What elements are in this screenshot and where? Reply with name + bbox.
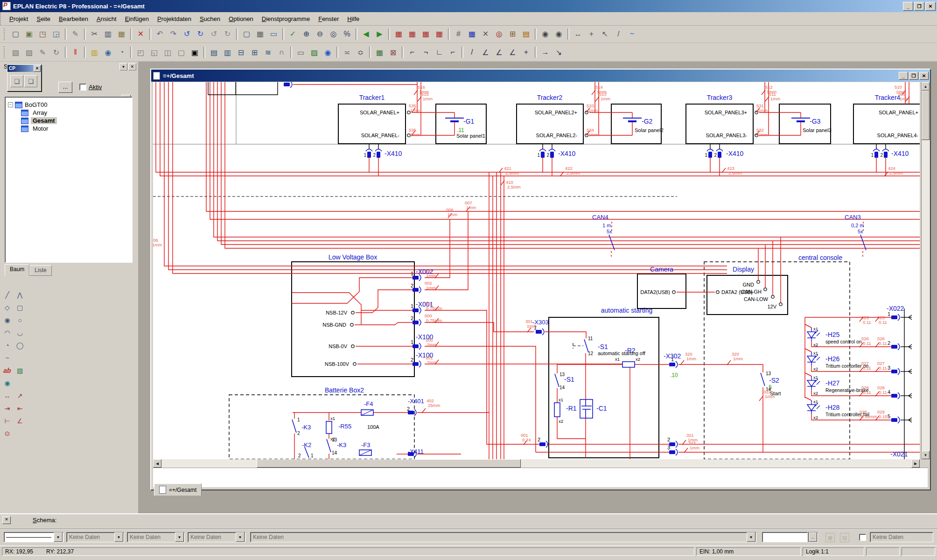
part-view-icon[interactable]: ⊠: [386, 46, 400, 59]
paste-a-icon[interactable]: ◰: [134, 46, 147, 59]
redo-list-icon[interactable]: ↻: [221, 27, 234, 41]
device-insert-icon[interactable]: ▥: [221, 46, 234, 59]
child-maximize-button[interactable]: ❐: [909, 72, 918, 80]
text-icon[interactable]: ab: [1, 364, 14, 377]
plc-insert-icon[interactable]: ⊞: [248, 46, 261, 59]
cp-action-2-button[interactable]: ❏: [24, 75, 37, 87]
box-tool-icon[interactable]: ▭: [294, 46, 308, 59]
paste-c-icon[interactable]: ◫: [161, 46, 175, 59]
ellipse-icon[interactable]: ◯: [14, 339, 26, 351]
arrow-right-icon[interactable]: →: [538, 46, 552, 59]
terminal-insert-icon[interactable]: ⊟: [234, 46, 248, 59]
undo-step-icon[interactable]: ↶: [153, 27, 167, 41]
pointer-k-icon[interactable]: ↖: [598, 27, 612, 41]
property-combo-1[interactable]: Keine Daten▼: [66, 532, 124, 542]
maximize-button[interactable]: ❐: [914, 2, 924, 11]
tree-item-array[interactable]: Array: [5, 109, 132, 117]
chevron-down-icon[interactable]: ▼: [54, 532, 63, 542]
page-back-icon[interactable]: ◀: [359, 27, 373, 41]
open-page-icon[interactable]: ▣: [22, 27, 36, 41]
minimize-button[interactable]: _: [903, 2, 913, 11]
grid-b-icon[interactable]: ▦: [406, 27, 419, 41]
pe-view-icon[interactable]: ▦: [373, 46, 386, 59]
cut-icon[interactable]: ✂: [88, 27, 101, 41]
window-macro-icon[interactable]: ▣: [188, 46, 202, 59]
find-symbol-icon[interactable]: ◎: [492, 27, 506, 41]
property-combo-3[interactable]: Keine Daten▼: [188, 532, 245, 542]
angle-4-icon[interactable]: ∠: [506, 46, 519, 59]
sector-icon[interactable]: ◔: [1, 339, 14, 351]
search-icon[interactable]: ◉: [538, 27, 552, 41]
page-properties-icon[interactable]: ✎: [69, 27, 82, 41]
browse-button[interactable]: ...: [809, 532, 817, 542]
rectangle-icon[interactable]: ▢: [14, 301, 26, 314]
schema-close-button[interactable]: ✕: [2, 516, 11, 524]
arc-3point-icon[interactable]: ◠: [1, 326, 14, 339]
page-forward-icon[interactable]: ▶: [373, 27, 386, 41]
grid-d-icon[interactable]: ▦: [433, 27, 446, 41]
redo-icon[interactable]: ↻: [194, 27, 207, 41]
workbook-icon[interactable]: ▭: [267, 27, 280, 41]
image-icon[interactable]: ▧: [14, 364, 26, 377]
tree-root[interactable]: −BoGT00: [5, 101, 132, 109]
property-combo-4[interactable]: Keine Daten▼: [250, 532, 756, 542]
close-button[interactable]: ✕: [925, 2, 936, 11]
copy-icon[interactable]: ▥: [101, 27, 115, 41]
corner-ul-icon[interactable]: ∟: [433, 46, 446, 59]
value-field[interactable]: [762, 532, 808, 542]
chevron-down-icon[interactable]: ▼: [114, 532, 123, 542]
graph-tool-icon[interactable]: ⊞: [506, 27, 519, 41]
scroll-left-button[interactable]: ◀: [153, 459, 161, 468]
insert-table-icon[interactable]: ▦: [253, 27, 267, 41]
potential-lines-icon[interactable]: ‖: [69, 46, 82, 59]
menu-bearbeiten[interactable]: Bearbeiten: [55, 14, 92, 24]
menu-projekt[interactable]: Projekt: [5, 14, 32, 24]
tree-expander[interactable]: −: [8, 102, 13, 107]
conn-sym1-icon[interactable]: ≍: [340, 46, 354, 59]
angle-2-icon[interactable]: ∠: [479, 46, 492, 59]
grid-small-icon[interactable]: #: [452, 27, 465, 41]
format-checkbox[interactable]: [859, 534, 866, 541]
angle-3-icon[interactable]: ∠: [492, 46, 506, 59]
document-tab[interactable]: =+/Gesamt: [154, 483, 202, 496]
update-icon[interactable]: ✓: [286, 27, 300, 41]
filter-browse-button[interactable]: ...: [58, 82, 72, 93]
vertical-scrollbar[interactable]: ▲ ▼: [921, 82, 930, 459]
wheel-tool-icon[interactable]: ◔: [115, 46, 128, 59]
report-tool-icon[interactable]: ▤: [519, 27, 533, 41]
horizontal-scrollbar[interactable]: ◀ ▶: [153, 459, 920, 468]
device-nav-icon[interactable]: ◉: [101, 46, 115, 59]
page-macro-icon[interactable]: ▢: [175, 46, 188, 59]
grid-on-icon[interactable]: ▦: [465, 27, 479, 41]
chevron-down-icon[interactable]: ▼: [236, 532, 245, 542]
horizontal-scroll-thumb[interactable]: [257, 459, 521, 468]
schematic-canvas[interactable]: Tracker1Tracker2Tracker3Tracker4-G1-G2-G…: [153, 82, 920, 459]
paste-b-icon[interactable]: ◱: [147, 46, 161, 59]
snap-off-icon[interactable]: ✕: [479, 27, 492, 41]
menu-optionen[interactable]: Optionen: [224, 14, 258, 24]
search-all-icon[interactable]: ◉: [552, 27, 566, 41]
angle-1-icon[interactable]: /: [465, 46, 479, 59]
undo-list-icon[interactable]: ↺: [207, 27, 221, 41]
scroll-down-button[interactable]: ▼: [922, 451, 930, 459]
chevron-down-icon[interactable]: ▼: [747, 532, 755, 542]
grid-a-icon[interactable]: ▦: [392, 27, 406, 41]
redo-step-icon[interactable]: ↷: [167, 27, 180, 41]
menu-fenster[interactable]: Fenster: [314, 14, 343, 24]
paste-icon[interactable]: ▦: [115, 27, 128, 41]
dim-radius-icon[interactable]: ⊙: [1, 427, 14, 440]
corner-dl-icon[interactable]: ⌐: [406, 46, 419, 59]
menu-einfügen[interactable]: Einfügen: [121, 14, 153, 24]
chevron-down-icon[interactable]: ▼: [175, 532, 184, 542]
new-page-icon[interactable]: ▢: [9, 27, 22, 41]
circle-defined-icon[interactable]: ◉: [1, 314, 14, 326]
paste-special-icon[interactable]: ▧: [9, 46, 22, 59]
cp-action-1-button[interactable]: ❏: [10, 75, 23, 87]
vertical-scroll-thumb[interactable]: [922, 91, 930, 140]
import-page-icon[interactable]: ◳: [36, 27, 49, 41]
grid-c-icon[interactable]: ▦: [419, 27, 433, 41]
shield-insert-icon[interactable]: ∩: [275, 46, 288, 59]
hyperlink-icon[interactable]: ◉: [1, 377, 14, 389]
polygon-icon[interactable]: ◇: [1, 301, 14, 314]
dim-baseline-icon[interactable]: ⇤: [14, 402, 26, 414]
